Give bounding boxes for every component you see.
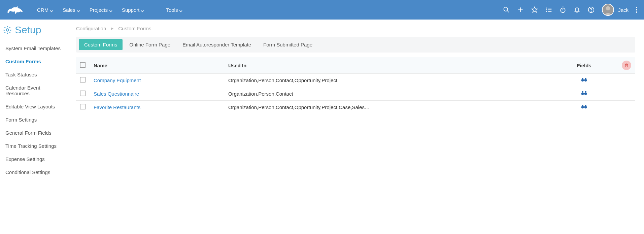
nav-sales-label: Sales — [63, 7, 75, 13]
top-bar: CRM Sales Projects Support Tools — [0, 0, 644, 20]
svg-rect-16 — [583, 79, 585, 80]
star-icon[interactable] — [531, 6, 538, 13]
svg-rect-17 — [582, 78, 583, 79]
tab-label: Online Form Page — [129, 42, 170, 47]
header-name[interactable]: Name — [90, 57, 224, 74]
sidebar-item-label: Time Tracking Settings — [5, 143, 57, 149]
sidebar-item-expense-settings[interactable]: Expense Settings — [0, 153, 67, 166]
breadcrumb-current: Custom Forms — [118, 26, 151, 31]
sidebar-item-label: System Email Templates — [5, 45, 61, 51]
nav-crm-label: CRM — [37, 7, 48, 13]
svg-point-0 — [504, 7, 508, 11]
tab-email-autoresponder-template[interactable]: Email Autoresponder Template — [177, 39, 257, 50]
stopwatch-icon[interactable] — [560, 6, 566, 13]
chevron-down-icon — [77, 8, 80, 11]
sidebar-item-label: General Form Fields — [5, 130, 52, 136]
svg-rect-18 — [585, 78, 586, 79]
header-used-in[interactable]: Used In — [224, 57, 550, 74]
main-content: Configuration ▶ Custom Forms Custom Form… — [67, 20, 644, 234]
header-checkbox-cell — [76, 57, 90, 74]
sidebar-item-label: Expense Settings — [5, 156, 45, 162]
breadcrumb: Configuration ▶ Custom Forms — [76, 26, 635, 31]
table-row: Sales Questionnaire Organization,Person,… — [76, 87, 635, 101]
header-trash-cell — [618, 57, 635, 74]
sidebar-item-time-tracking-settings[interactable]: Time Tracking Settings — [0, 139, 67, 153]
svg-rect-22 — [582, 91, 583, 93]
sidebar-item-system-email-templates[interactable]: System Email Templates — [0, 42, 67, 55]
form-link[interactable]: Favorite Restaurants — [94, 104, 140, 110]
sidebar-item-label: Conditional Settings — [5, 169, 50, 175]
top-right: Jack — [503, 4, 637, 16]
app-logo[interactable] — [7, 5, 27, 15]
table-row: Favorite Restaurants Organization,Person… — [76, 101, 635, 114]
svg-point-5 — [561, 8, 565, 12]
form-link[interactable]: Company Equipment — [94, 77, 141, 83]
used-in-text: Organization,Person,Contact,Opportunity,… — [228, 104, 370, 110]
used-in-text: Organization,Person,Contact,Opportunity,… — [228, 77, 337, 83]
svg-rect-26 — [583, 106, 585, 107]
table-wrap: Name Used In Fields Company Equipment — [76, 57, 635, 114]
header-fields[interactable]: Fields — [550, 57, 618, 74]
bell-icon[interactable] — [574, 6, 580, 13]
chevron-down-icon — [109, 8, 112, 11]
svg-rect-28 — [585, 105, 586, 106]
svg-rect-27 — [582, 105, 583, 106]
breadcrumb-parent[interactable]: Configuration — [76, 26, 106, 31]
nav-support-label: Support — [122, 7, 140, 13]
select-all-checkbox[interactable] — [80, 62, 86, 68]
svg-point-10 — [591, 11, 591, 12]
binoculars-icon[interactable] — [581, 77, 587, 83]
sidebar-item-editable-view-layouts[interactable]: Editable View Layouts — [0, 100, 67, 113]
tasks-icon[interactable] — [545, 6, 552, 13]
chevron-down-icon — [141, 8, 144, 11]
row-checkbox[interactable] — [80, 91, 86, 96]
svg-point-12 — [606, 6, 610, 10]
plus-icon[interactable] — [517, 6, 524, 13]
row-checkbox[interactable] — [80, 77, 86, 82]
sidebar-item-custom-forms[interactable]: Custom Forms — [0, 55, 67, 68]
tab-custom-forms[interactable]: Custom Forms — [79, 39, 123, 50]
form-link[interactable]: Sales Questionnaire — [94, 91, 139, 97]
nav-crm[interactable]: CRM — [37, 7, 53, 13]
chevron-down-icon — [179, 8, 182, 11]
tab-online-form-page[interactable]: Online Form Page — [124, 39, 176, 50]
breadcrumb-sep-icon: ▶ — [111, 26, 113, 31]
username[interactable]: Jack — [618, 7, 629, 13]
svg-rect-21 — [583, 93, 585, 94]
tab-form-submitted-page[interactable]: Form Submitted Page — [258, 39, 318, 50]
sidebar-item-label: Editable View Layouts — [5, 104, 55, 109]
sidebar-item-label: Custom Forms — [5, 59, 41, 64]
top-nav: CRM Sales Projects Support Tools — [37, 5, 182, 14]
table-header-row: Name Used In Fields — [76, 57, 635, 74]
nav-support[interactable]: Support — [122, 7, 144, 13]
binoculars-icon[interactable] — [581, 104, 587, 110]
kebab-menu[interactable] — [636, 7, 637, 13]
used-in-text: Organization,Person,Contact — [228, 91, 293, 97]
nav-projects[interactable]: Projects — [90, 7, 112, 13]
sidebar-item-label: Task Statuses — [5, 72, 37, 77]
nav-tools-label: Tools — [166, 7, 178, 13]
delete-button[interactable] — [622, 61, 631, 70]
sidebar-item-calendar-event-resources[interactable]: Calendar Event Resources — [0, 81, 67, 100]
svg-marker-4 — [532, 7, 538, 12]
tabs: Custom Forms Online Form Page Email Auto… — [76, 37, 635, 53]
sidebar-item-task-statuses[interactable]: Task Statuses — [0, 68, 67, 81]
search-icon[interactable] — [503, 6, 510, 13]
custom-forms-table: Name Used In Fields Company Equipment — [76, 57, 635, 114]
trash-icon — [624, 63, 629, 68]
binoculars-icon[interactable] — [581, 91, 587, 97]
nav-projects-label: Projects — [90, 7, 108, 13]
tab-label: Form Submitted Page — [263, 42, 312, 47]
sidebar-title: Setup — [15, 24, 41, 36]
svg-line-1 — [507, 11, 509, 12]
help-icon[interactable] — [588, 6, 595, 13]
row-checkbox[interactable] — [80, 104, 86, 109]
chevron-down-icon — [50, 8, 53, 11]
sidebar-item-general-form-fields[interactable]: General Form Fields — [0, 126, 67, 139]
avatar[interactable] — [602, 4, 614, 16]
nav-tools[interactable]: Tools — [166, 7, 182, 13]
sidebar-item-form-settings[interactable]: Form Settings — [0, 113, 67, 126]
nav-sales[interactable]: Sales — [63, 7, 80, 13]
sidebar-item-conditional-settings[interactable]: Conditional Settings — [0, 166, 67, 179]
sidebar-item-label: Calendar Event Resources — [5, 85, 40, 96]
